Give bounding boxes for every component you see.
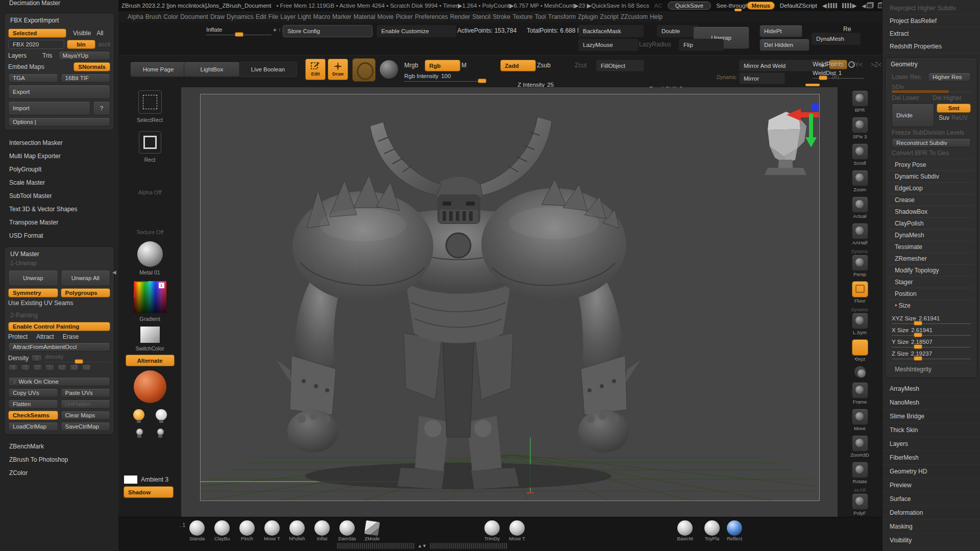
edit-button[interactable]: Edit [305,59,326,80]
geometry-subsection[interactable]: Tessimate [889,241,974,253]
mirror-axis-z-button[interactable]: >Z< [871,61,881,68]
convert-bpr-button[interactable]: Convert BPR To Geo [892,149,949,157]
uv-attract-button[interactable]: Attract [36,333,54,340]
brush-thumb-icon[interactable] [189,520,205,536]
right-shelf-item-icon[interactable] [852,255,868,271]
uv-master-title[interactable]: UV Master [8,250,110,259]
right-shelf-item[interactable]: Frame [838,382,882,405]
subpalette-item[interactable]: Visibility [883,534,980,547]
pane-prev-icon[interactable]: ◀ [862,3,873,9]
menu-item[interactable]: Transform [548,13,576,20]
subpalette-item[interactable]: Masking [883,520,980,534]
material-thumb-icon[interactable] [677,520,693,536]
color-picker[interactable]: 1 [133,281,167,313]
plugin-item[interactable]: Multi Map Exporter [0,149,118,163]
right-shelf-item[interactable]: SPix 3 [838,116,882,139]
menus-button[interactable]: Menus [747,2,774,10]
texture-off-button[interactable]: Texture Off [136,229,164,235]
store-config-button[interactable]: Store Config [283,25,373,37]
tray-scroll-left[interactable] [337,543,414,549]
lazy-radius-button[interactable]: LazyRadius [639,41,671,48]
uv-density-mult-button[interactable]: /3 [20,364,30,371]
geometry-subsection[interactable]: Modify Topology [889,264,974,276]
menu-item[interactable]: File [268,13,278,20]
fbx-snormals-button[interactable]: SNormals [74,62,110,71]
fbx-options-button[interactable]: Options | [8,117,110,127]
menu-item[interactable]: Tool [535,13,546,20]
right-shelf-item[interactable]: AAHalf [838,222,882,245]
document-area[interactable] [200,94,820,501]
light-bulb-3-icon[interactable] [136,429,143,435]
right-shelf-item[interactable]: ⟲xyz [838,339,882,362]
plugin-item[interactable]: SubTool Master [0,189,118,203]
subpalette-item[interactable]: NanoMesh [883,396,980,410]
brush-thumb-icon[interactable] [339,520,355,536]
right-shelf-item-icon[interactable] [852,339,868,356]
brush-item[interactable]: TrimDy [482,520,502,541]
ambient-swatch[interactable] [124,475,138,484]
plugin-item[interactable]: Scale Master [0,176,118,189]
geometry-subsection[interactable]: DynaMesh [889,229,974,241]
subpalette-item[interactable]: Geometry HD [883,465,980,479]
uv-unflatten-button[interactable]: UnFlatten [61,399,111,409]
tray-scroll-arrows-icon[interactable]: ▲▼ [418,543,427,548]
stroke-selectrect-icon[interactable] [138,90,162,114]
brush-thumb-icon[interactable] [214,520,230,536]
fbx-version-button[interactable]: FBX 2020 [8,40,64,49]
alpha-off-button[interactable]: Alpha Off [138,189,162,195]
material-item[interactable]: BasicM [674,520,696,541]
timeline-marker[interactable] [805,84,820,86]
uv-attract-ao-button[interactable]: AttractFromAmbientOccl [8,342,110,352]
uv-paste-uvs-button[interactable]: Paste UVs [61,388,111,397]
subpalette-item[interactable]: Project BasRelief [883,15,980,28]
fill-object-button[interactable]: FillObject [596,60,644,71]
divider-left-icon[interactable]: ◀ [822,2,837,9]
light-bulb-4-icon[interactable] [157,429,164,435]
right-shelf-item-icon[interactable] [852,281,868,297]
size-slider[interactable]: Y Size2.18507 [892,339,971,347]
right-shelf-item[interactable]: Dynamic Persp [838,249,882,277]
quicksave-button[interactable]: QuickSave [668,2,712,10]
right-shelf-item-icon[interactable] [852,196,868,213]
menu-item[interactable]: Movie [377,13,394,20]
right-shelf-item[interactable]: Inr.Fill PolyF [838,488,882,516]
uv-density-slider[interactable]: density [45,354,110,362]
brush-item[interactable]: Inflat [312,520,332,541]
uv-density-mult-button[interactable]: x4 [82,364,91,371]
right-shelf-item[interactable]: Rotate [838,461,882,484]
uv-flatten-button[interactable]: Flatten [8,399,58,409]
subpalette-item[interactable]: Layers [883,437,980,451]
fbx-tris-button[interactable]: Tris [42,52,53,59]
right-shelf-item-icon[interactable] [852,143,868,160]
subpalette-item[interactable]: FiberMesh [883,451,980,465]
geometry-subsection[interactable]: ClayPolish [889,217,974,229]
uv-savectrlmap-button[interactable]: SaveCtrlMap [61,422,111,431]
material-item[interactable]: ToyPla [701,520,723,541]
dynamesh-button[interactable]: DynaMesh [812,33,861,45]
right-shelf-item-icon[interactable] [852,382,868,398]
reflect-material-item[interactable]: Reflect [723,520,746,541]
fbx-tif-button[interactable]: 16Bit TIF [61,73,111,83]
geometry-subsection-size[interactable]: • Size [889,299,974,311]
menu-item[interactable]: Brush [145,13,161,20]
reuv-button[interactable]: ReUV [951,114,971,121]
plugin-item[interactable]: PolyGroupIt [0,163,118,176]
mrgb-button[interactable]: Mrgb [404,62,418,69]
suv-button[interactable]: Suv [937,114,949,121]
plugin-item-decimation-master[interactable]: Decimation Master [0,0,118,10]
geometry-title[interactable]: Geometry [889,60,974,70]
uv-density-mult-button[interactable]: x3 [69,364,79,371]
brush-item[interactable]: ZMode [362,520,382,541]
right-shelf-item[interactable]: Zoom [838,169,882,192]
flip-button[interactable]: Flip [679,39,724,51]
subpalette-item[interactable]: Deformation [883,506,980,520]
plugin-item[interactable]: USD Format [0,229,118,242]
geometry-subsection[interactable]: EdgeLoop [889,182,974,194]
brush-thumb-icon[interactable] [264,520,280,536]
brush-item[interactable]: Pinch [237,520,257,541]
uv-polygroups-button[interactable]: Polygroups [61,288,111,297]
menu-item[interactable]: Zplugin [578,13,598,20]
menu-item[interactable]: Edit [256,13,266,20]
menu-item[interactable]: Help [650,13,663,20]
right-shelf-item-icon[interactable] [852,493,868,510]
